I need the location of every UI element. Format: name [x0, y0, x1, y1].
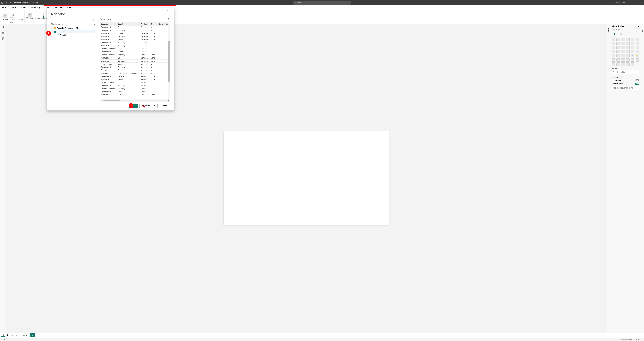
table-row[interactable]: GovernmentFranceMontanaNone [100, 50, 170, 53]
decomposition-tree-icon[interactable] [616, 58, 620, 62]
custom-visual-2-icon[interactable] [626, 62, 630, 66]
scroll-right-icon[interactable]: › [167, 99, 170, 102]
maximize-button[interactable]: ▢ [634, 1, 637, 4]
next-page-button[interactable]: ► [15, 334, 18, 336]
table-row[interactable]: Channel PartnersGermanyPaseoNone [100, 87, 170, 90]
navigator-search-input[interactable] [51, 18, 95, 22]
py-visual-icon[interactable]: Py [636, 54, 639, 57]
clustered-bar-icon[interactable] [616, 38, 620, 41]
model-view-button[interactable] [1, 36, 5, 41]
column-header[interactable]: Country [117, 22, 140, 26]
gauge-icon[interactable] [626, 50, 630, 53]
table-row[interactable]: MidmarketMexicoPaseoNone [100, 78, 170, 81]
line-clustered-column-icon[interactable] [631, 42, 634, 45]
table-row[interactable]: MidmarketFrancePaseoNone [100, 93, 170, 96]
search-box[interactable]: ⌕ Search [294, 1, 350, 4]
format-painter-button[interactable]: 🖌Format painter [10, 18, 23, 21]
column-header[interactable]: Discount Band [150, 22, 165, 26]
key-influencers-icon[interactable] [612, 58, 615, 62]
table-row[interactable]: MidmarketMexicoMontanaNone [100, 56, 170, 59]
line-stacked-column-icon[interactable] [626, 42, 630, 45]
azure-map-icon[interactable] [621, 50, 625, 53]
display-options-button[interactable]: Display Options [51, 23, 64, 25]
keep-filters-toggle[interactable]: On [635, 83, 639, 85]
cross-report-toggle[interactable]: Off [635, 79, 639, 81]
horizontal-scrollbar[interactable]: ‹ › [100, 99, 170, 102]
table-row[interactable]: GovernmentGermanyCarreteraNone [100, 29, 170, 32]
ribbon-chart-icon[interactable] [636, 42, 639, 45]
table-row[interactable]: Channel PartnersCanadaPaseoNone [100, 81, 170, 84]
waterfall-icon[interactable] [612, 46, 615, 49]
drill-through-well[interactable]: Add drill-through fields here [612, 86, 639, 90]
slicer-icon[interactable] [616, 54, 620, 57]
account-icon[interactable] [623, 1, 626, 4]
table-row[interactable]: Small BusinessMexicoMontanaNone [100, 63, 170, 66]
expand-icon[interactable]: » [638, 25, 639, 27]
values-well[interactable]: Add data fields here [612, 70, 639, 74]
report-view-button[interactable] [1, 25, 5, 29]
100-stacked-bar-icon[interactable] [631, 38, 634, 41]
table-row[interactable]: EnterpriseCanadaMontanaNone [100, 59, 170, 63]
table-row[interactable]: EnterpriseCanadaMontanaNone [100, 69, 170, 72]
tree-table-sheet1[interactable]: Sheet1 [51, 33, 95, 37]
scroll-down-icon[interactable]: ⌄ [168, 97, 170, 99]
cancel-button[interactable]: Cancel [159, 104, 170, 108]
search-icon[interactable]: ⌕ [93, 18, 94, 21]
vertical-scrollbar[interactable]: ⌃ ⌄ [168, 22, 170, 99]
line-chart-icon[interactable] [612, 42, 615, 45]
cut-button[interactable]: ✂Cut [10, 14, 23, 16]
scatter-icon[interactable] [621, 46, 625, 49]
multi-row-card-icon[interactable] [636, 50, 639, 53]
add-page-button[interactable]: + [30, 333, 35, 337]
filters-rail[interactable]: « Filters [607, 24, 610, 333]
undo-icon[interactable] [5, 1, 8, 4]
dialog-close-icon[interactable]: ✕ [171, 9, 173, 12]
fit-to-page-icon[interactable]: ⛶ [641, 339, 642, 341]
paste-button[interactable]: 📋 Paste [3, 14, 8, 21]
table-row[interactable]: Channel PartnersGermanyMontanaNone [100, 53, 170, 56]
custom-visual-1-icon[interactable] [621, 62, 625, 66]
area-chart-icon[interactable] [616, 42, 620, 45]
sign-in-link[interactable]: Sign in [615, 1, 620, 4]
minimize-button[interactable]: ─ [628, 1, 632, 4]
pie-icon[interactable] [626, 46, 630, 49]
preview-options-icon[interactable]: 🗎 [167, 18, 170, 21]
desktop-layout-icon[interactable]: 🖥 [2, 334, 5, 337]
funnel-icon[interactable] [616, 46, 620, 49]
redo-icon[interactable] [9, 1, 12, 4]
table-row[interactable]: MidmarketGermanyCarreteraNone [100, 35, 170, 38]
table-row[interactable]: MidmarketMexicoCarreteraNone [100, 38, 170, 41]
tab-home[interactable]: Home [10, 5, 17, 9]
kpi-icon[interactable] [612, 54, 615, 57]
filled-map-icon[interactable] [616, 50, 620, 53]
tab-insert[interactable]: Insert [21, 6, 27, 9]
excel-button[interactable]: x Excel workbook [35, 12, 48, 21]
table-row[interactable]: GovernmentGermanyMontanaNone [100, 66, 170, 69]
powerapps-icon[interactable] [612, 62, 615, 66]
get-data-button[interactable]: 🗄 Get data⌄ [26, 12, 34, 21]
table-view-button[interactable] [1, 31, 5, 35]
tab-file[interactable]: File [2, 6, 6, 9]
zoom-in-button[interactable]: + [634, 339, 635, 341]
table-row[interactable]: GovernmentGermanyCarreteraNone [100, 41, 170, 44]
table-row[interactable]: GovernmentCanadaPaseoNone [100, 75, 170, 78]
scroll-left-icon[interactable]: ‹ [100, 99, 102, 102]
paginated-report-icon[interactable] [631, 58, 634, 62]
format-visual-mode[interactable] [619, 32, 624, 36]
stacked-column-icon[interactable] [621, 38, 625, 41]
copy-button[interactable]: ⧉Copy [10, 16, 23, 18]
build-visual-mode[interactable] [612, 32, 616, 36]
card-icon[interactable] [631, 50, 634, 53]
tree-table-financials[interactable]: ✓ financials [51, 30, 95, 33]
table-icon[interactable] [621, 54, 625, 57]
100-stacked-column-icon[interactable] [636, 38, 639, 41]
close-button[interactable]: ✕ [640, 1, 642, 4]
donut-icon[interactable] [631, 46, 634, 49]
treemap-icon[interactable] [636, 46, 639, 49]
report-canvas[interactable] [224, 131, 389, 225]
transform-data-button[interactable]: Transform Data [140, 104, 158, 108]
clustered-column-icon[interactable] [626, 38, 630, 41]
data-rail[interactable]: « Data [641, 24, 644, 333]
table-row[interactable]: GovernmentGermanyPaseoNone [100, 84, 170, 87]
table-row[interactable]: MidmarketGermanyMontanaNone [100, 44, 170, 47]
